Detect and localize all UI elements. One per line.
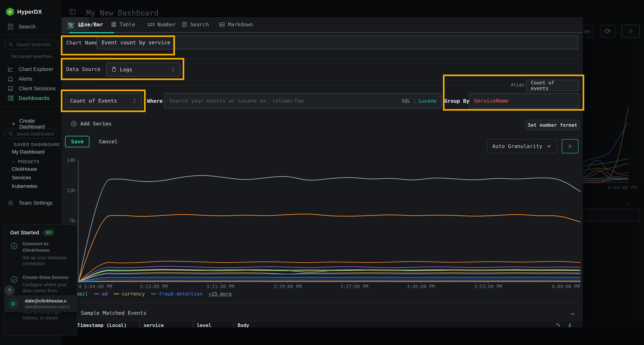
sidebar-item-clickhouse[interactable]: ClickHouse: [12, 166, 37, 172]
x-axis-label: 3:37:00 PM: [340, 284, 368, 289]
tab-label: Number: [158, 21, 176, 27]
where-input[interactable]: Search your events w/ Lucene ex. column:…: [164, 93, 442, 108]
table-icon: [111, 22, 117, 27]
gear-icon: [7, 200, 14, 206]
markdown-icon: [219, 21, 225, 27]
plus-icon: [11, 121, 16, 126]
column-header-level[interactable]: level: [197, 323, 211, 328]
sidebar-item-team-settings[interactable]: Team Settings: [7, 200, 52, 206]
sidebar-item-chart-explorer[interactable]: Chart Explorer: [7, 66, 53, 73]
get-started-item[interactable]: Create Data Source Configure where your …: [10, 274, 73, 294]
sample-matched-events-header: Sample Matched Events: [70, 310, 146, 316]
sidebar-item-kubernetes[interactable]: Kubernetes: [12, 183, 38, 189]
sort-icon[interactable]: [555, 322, 561, 328]
sidebar-item-label: Team Settings: [18, 200, 52, 206]
column-header-timestamp[interactable]: Timestamp (Local): [77, 323, 127, 328]
check-circle-icon: [10, 242, 18, 267]
create-dashboard-button[interactable]: Create Dashboard: [11, 118, 62, 130]
create-dashboard-label: Create Dashboard: [19, 118, 62, 130]
where-placeholder: Search your events w/ Lucene ex. column:…: [169, 98, 304, 104]
granularity-select[interactable]: Auto Granularity: [487, 139, 557, 153]
download-icon[interactable]: [567, 322, 572, 328]
tab-number[interactable]: 123 Number: [148, 21, 176, 27]
user-menu[interactable]: D dale@clickhouse.c dale@clickhouse.com'…: [4, 295, 77, 312]
tab-search[interactable]: Search: [182, 21, 209, 27]
sql-mode-toggle[interactable]: SQL: [402, 98, 410, 104]
y-axis-label: 7K: [62, 218, 75, 224]
sidebar-item-my-dashboard[interactable]: My Dashboard: [12, 149, 44, 155]
tabs-divider: [62, 32, 583, 33]
document-list-icon: [182, 22, 187, 27]
column-separator[interactable]: [233, 322, 234, 328]
sidebar-item-label: Client Sessions: [18, 85, 56, 91]
chevron-down-icon: [546, 144, 552, 149]
legend-more-link[interactable]: +15 more: [208, 291, 232, 297]
line-chart-icon: [7, 66, 14, 73]
tab-label: Search: [190, 21, 209, 27]
save-button[interactable]: Save: [65, 136, 90, 147]
saved-dashboards-input[interactable]: Saved Dashboards: [4, 129, 58, 139]
where-label: Where: [147, 98, 162, 104]
run-query-button[interactable]: [562, 139, 578, 153]
legend-item[interactable]: ad: [94, 291, 108, 297]
dashboard-grid-icon: [7, 95, 14, 101]
column-separator[interactable]: [140, 322, 140, 328]
set-number-format-label: Set number format: [528, 122, 577, 128]
legend-item[interactable]: currency: [114, 291, 145, 297]
bottom-strip: [62, 328, 644, 345]
help-button[interactable]: ?: [4, 285, 15, 296]
x-axis-label: 3:53:00 PM: [474, 284, 502, 289]
divider: [66, 303, 578, 303]
tab-markdown[interactable]: Markdown: [219, 21, 253, 27]
add-series-label: Add Series: [80, 121, 112, 127]
saved-dashboards-section[interactable]: SAVED DASHBOARDS: [12, 142, 60, 147]
legend-dash: [151, 294, 156, 294]
hyperdx-logo-icon: ⚡: [6, 7, 14, 16]
line-chart-plot[interactable]: 14K 11K 7K 3.5K 0 Aug 4 3:04:00 PM 3:13:…: [78, 160, 580, 282]
column-separator[interactable]: [193, 322, 194, 328]
annotation-box-data-source: [61, 58, 184, 80]
set-number-format-button[interactable]: Set number format: [526, 120, 580, 130]
annotation-box-aggregation: [61, 89, 146, 112]
saved-searches-input[interactable]: Saved Searches: [4, 40, 58, 49]
tab-table[interactable]: Table: [111, 21, 135, 27]
search-icon: [8, 131, 14, 137]
active-tab-underline: [69, 32, 114, 33]
y-axis-label: 11K: [62, 188, 75, 193]
app-logo[interactable]: ⚡ HyperDX: [6, 7, 42, 16]
saved-searches-placeholder: Saved Searches: [16, 42, 51, 47]
tab-label: Markdown: [228, 21, 253, 27]
y-axis-label: 14K: [62, 157, 75, 163]
lucene-mode-toggle[interactable]: Lucene: [419, 98, 436, 104]
tab-line-bar[interactable]: Line/Bar: [69, 21, 103, 27]
user-email: dale@clickhouse.com's: [25, 304, 75, 309]
chart-legend: email ad currency fraud-detection +15 mo…: [66, 291, 232, 297]
presets-section[interactable]: PRESETS: [12, 159, 40, 164]
sidebar-item-dashboards[interactable]: Dashboards: [7, 95, 50, 101]
add-series-button[interactable]: Add Series: [71, 120, 112, 127]
cancel-label: Cancel: [99, 139, 118, 145]
avatar: D: [8, 299, 18, 309]
collapse-section-button[interactable]: [570, 311, 576, 317]
sidebar-item-services[interactable]: Services: [12, 175, 31, 181]
line-chart-icon: [69, 21, 75, 27]
divider: [0, 106, 62, 107]
search-icon: [8, 42, 14, 47]
saved-dashboards-placeholder: Saved Dashboards: [16, 131, 54, 137]
sidebar-item-alerts[interactable]: Alerts: [7, 75, 32, 82]
sidebar-item-client-sessions[interactable]: Client Sessions: [7, 85, 56, 92]
column-header-service[interactable]: service: [144, 323, 164, 328]
legend-item[interactable]: fraud-detection: [151, 291, 202, 297]
section-header-label: SAVED DASHBOARDS: [14, 142, 60, 147]
get-started-item[interactable]: Connect to ClickHouse Set up your databa…: [10, 241, 73, 267]
cancel-button[interactable]: Cancel: [96, 136, 120, 147]
column-header-body[interactable]: Body: [238, 323, 249, 328]
sidebar-item-search[interactable]: Search: [7, 23, 36, 30]
sample-matched-events-title: Sample Matched Events: [81, 310, 146, 316]
no-saved-searches-note: No saved searches: [12, 54, 52, 59]
legend-label: currency: [122, 291, 145, 297]
x-axis-label: 4:04:00 PM: [552, 284, 580, 289]
x-axis-label: 3:45:00 PM: [407, 284, 435, 289]
divider: [0, 35, 62, 35]
get-started-badge: 3/3: [43, 229, 55, 236]
